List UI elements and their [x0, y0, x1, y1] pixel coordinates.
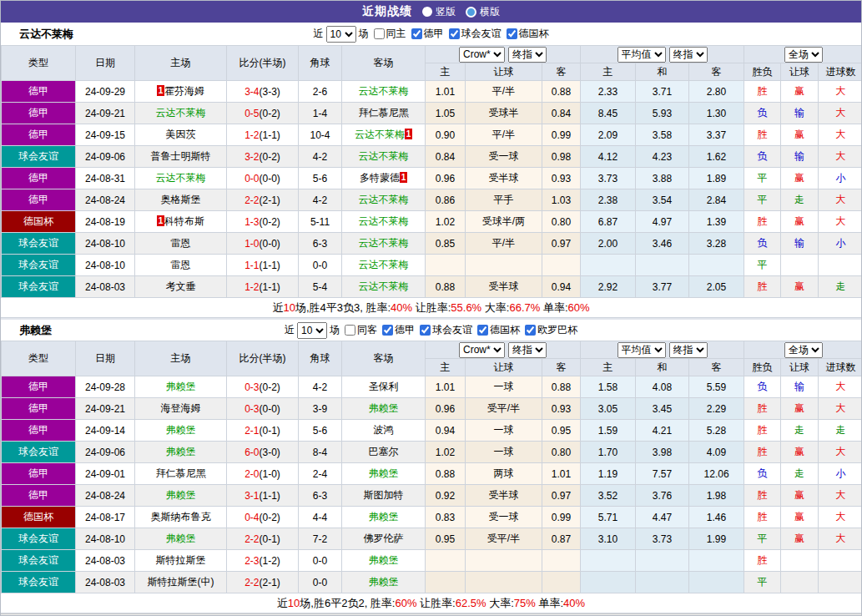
avg-home-cell: 4.12 [581, 146, 636, 168]
avg-home-cell: 6.87 [581, 211, 636, 233]
date-cell: 24-09-21 [76, 398, 135, 420]
avg-draw-cell: 4.97 [636, 211, 689, 233]
score-cell: 0-0(0-0) [227, 168, 299, 189]
odds-away-cell: 0.80 [542, 442, 581, 463]
home-team-cell: 考文垂 [135, 276, 227, 298]
league-filter-3[interactable]: 欧罗巴杯 [520, 323, 577, 337]
league-checkbox-3[interactable] [525, 325, 536, 336]
away-team-cell: 云达不莱梅 [342, 255, 426, 276]
league-cell: 德甲 [2, 485, 76, 507]
result-goals-cell: 走 [819, 276, 862, 298]
same-venue-checkbox[interactable] [345, 325, 355, 336]
league-filter-1[interactable]: 球会友谊 [444, 27, 502, 41]
league-filter-0[interactable]: 德甲 [406, 27, 444, 41]
corner-cell: 4-2 [299, 376, 342, 398]
team-label: 弗赖堡 [166, 381, 196, 392]
odds-line-cell [466, 550, 542, 572]
league-cell: 德甲 [2, 189, 76, 211]
league-filter-0[interactable]: 德甲 [377, 323, 415, 337]
date-cell: 24-08-19 [76, 211, 135, 233]
view-option-horizontal[interactable]: 横版 [466, 5, 500, 19]
same-venue-option[interactable]: 同客 [340, 323, 377, 337]
league-cell: 球会友谊 [2, 146, 76, 168]
result-wl-cell: 负 [744, 146, 781, 168]
odds-away-cell: 0.97 [542, 485, 581, 507]
corner-cell: 0-0 [299, 572, 342, 593]
view-option-vertical[interactable]: 竖版 [422, 5, 456, 19]
league-filter-2[interactable]: 德国杯 [502, 27, 549, 41]
same-venue-option[interactable]: 同主 [369, 27, 406, 41]
odds-select-group: Crow*终指 [426, 341, 581, 359]
odds-home-header: 主 [426, 359, 466, 376]
avg-home-cell: 5.71 [581, 507, 636, 528]
halftime-score: (2-1) [260, 577, 280, 588]
home-team-cell: 弗赖堡 [135, 442, 227, 463]
score-cell: 2-0(1-0) [227, 463, 299, 485]
avg-home-cell: 1.19 [581, 463, 636, 485]
league-filter-label: 德国杯 [519, 27, 549, 41]
result-wl-cell: 平 [744, 255, 781, 276]
result-handicap-header: 让球 [781, 63, 819, 81]
match-row: 德甲24-09-14弗赖堡2-1(0-1)5-6波鸿0.94一球0.951.59… [2, 420, 862, 442]
score-cell: 2-2(2-1) [227, 572, 299, 593]
match-row: 球会友谊24-08-10弗赖堡2-2(0-1)7-2佛罗伦萨0.95受平/半0.… [2, 528, 862, 550]
corner-cell: 4-4 [299, 507, 342, 528]
final-odds-select[interactable]: 终指 [508, 342, 547, 358]
league-checkbox-2[interactable] [507, 28, 517, 39]
avg-draw-cell: 3.73 [636, 528, 689, 550]
halftime-score: (2-1) [260, 194, 280, 206]
league-checkbox-1[interactable] [420, 325, 431, 336]
score-cell: 0-4(0-2) [227, 507, 299, 528]
summary-segment: 大率: [486, 597, 514, 609]
final-odds-select-2[interactable]: 终指 [669, 342, 708, 358]
final-odds-select[interactable]: 终指 [508, 47, 547, 63]
final-odds-select-2[interactable]: 终指 [669, 47, 708, 63]
average-select[interactable]: 平均值 [618, 342, 666, 358]
halftime-score: (1-2) [260, 555, 280, 567]
away-team-cell: 云达不莱梅 [342, 233, 426, 255]
recent-count-select[interactable]: 10 [297, 322, 327, 339]
match-row: 球会友谊24-08-03斯特拉斯堡2-3(1-2)0-0弗赖堡胜 [2, 550, 862, 572]
score-cell: 1-1(1-1) [227, 255, 299, 276]
away-team-cell: 云达不莱梅 [342, 276, 426, 298]
result-goals-cell: 大 [819, 442, 862, 463]
odds-select-group: Crow*终指 [426, 46, 581, 63]
fulltime-score: 1-1 [244, 260, 259, 271]
same-venue-checkbox[interactable] [374, 28, 385, 39]
away-team-cell: 云达不莱梅 [342, 189, 426, 211]
recent-count-select[interactable]: 10 [326, 26, 356, 43]
summary-segment: 单率: [540, 301, 567, 314]
fulltime-score: 2-2 [244, 577, 259, 588]
team-label: 普鲁士明斯特 [151, 150, 211, 162]
corner-cell: 5-6 [299, 420, 342, 442]
odds-source-select[interactable]: Crow* [459, 342, 505, 358]
halftime-score: (3-0) [260, 447, 280, 458]
odds-home-cell: 0.86 [426, 189, 466, 211]
summary-segment: 55.6% [451, 301, 481, 314]
scope-select[interactable]: 全场 [784, 342, 823, 358]
league-checkbox-2[interactable] [477, 325, 488, 336]
match-filters: 近10场同客德甲球会友谊德国杯欧罗巴杯 [285, 322, 577, 339]
team-label: 云达不莱梅 [359, 237, 409, 249]
result-goals-cell: 大 [819, 189, 862, 211]
summary-segment: 近 [272, 301, 283, 314]
date-cell: 24-09-06 [76, 146, 135, 168]
result-goals-cell: 走 [819, 420, 862, 442]
odds-home-cell: 0.96 [426, 398, 466, 420]
corner-cell: 0-0 [299, 550, 342, 572]
league-checkbox-0[interactable] [382, 325, 393, 336]
league-cell: 球会友谊 [2, 255, 76, 276]
league-filter-1[interactable]: 球会友谊 [415, 323, 472, 337]
scope-select[interactable]: 全场 [784, 47, 823, 63]
average-select[interactable]: 平均值 [618, 47, 666, 63]
date-cell: 24-08-31 [76, 168, 135, 189]
league-filter-2[interactable]: 德国杯 [472, 323, 520, 337]
score-cell: 3-2(0-2) [227, 146, 299, 168]
odds-home-cell: 0.88 [426, 276, 466, 298]
odds-away-cell: 0.94 [542, 276, 581, 298]
league-checkbox-1[interactable] [449, 28, 460, 39]
result-handicap-cell: 走 [781, 420, 819, 442]
league-checkbox-0[interactable] [411, 28, 422, 39]
odds-source-select[interactable]: Crow* [459, 47, 505, 63]
away-team-cell: 斯图加特 [342, 485, 426, 507]
